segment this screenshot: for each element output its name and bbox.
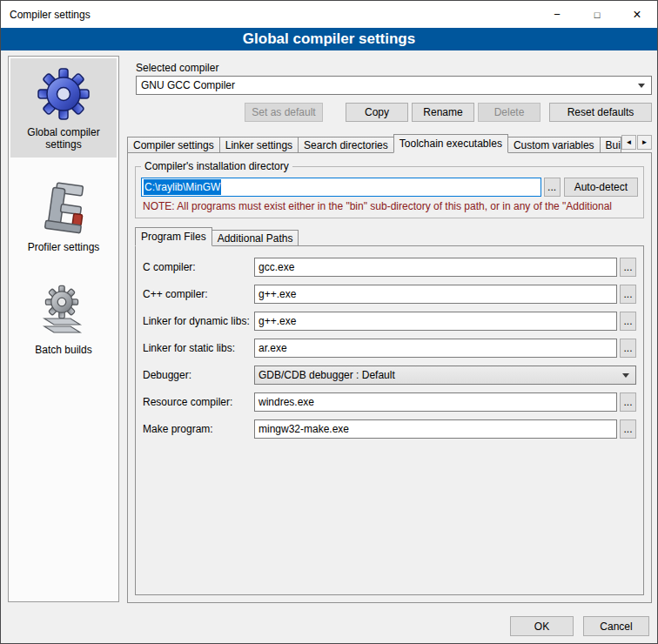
copy-button[interactable]: Copy — [346, 103, 408, 122]
c-compiler-browse-button[interactable]: ... — [620, 258, 636, 277]
form-row: Debugger: GDB/CDB debugger : Default — [143, 366, 636, 385]
tab-scroll-left-icon[interactable]: ◄ — [621, 135, 636, 150]
installation-directory-input[interactable]: C:\raylib\MinGW — [141, 178, 541, 197]
toolchain-executables-panel: Compiler's installation directory C:\ray… — [127, 152, 652, 603]
ok-button[interactable]: OK — [510, 616, 574, 636]
program-files-panel: C compiler: gcc.exe ... C++ compiler: g+… — [135, 245, 644, 595]
form-row: Make program: mingw32-make.exe ... — [143, 419, 636, 439]
cpp-compiler-input[interactable]: g++.exe — [254, 285, 617, 304]
dynamic-linker-input[interactable]: g++.exe — [254, 312, 617, 331]
tab-compiler-settings[interactable]: Compiler settings — [127, 137, 220, 153]
debugger-label: Debugger: — [143, 369, 254, 381]
cpp-compiler-label: C++ compiler: — [143, 288, 254, 300]
tab-search-directories[interactable]: Search directories — [298, 137, 394, 153]
window-title: Compiler settings — [1, 1, 537, 28]
dialog-footer: OK Cancel — [510, 616, 649, 636]
chevron-down-icon — [638, 84, 645, 88]
c-compiler-label: C compiler: — [143, 261, 254, 273]
sidebar-item-global-compiler-settings[interactable]: Global compiler settings — [10, 58, 117, 158]
minimize-icon: − — [554, 8, 561, 21]
cpp-compiler-value: g++.exe — [258, 288, 296, 300]
dynamic-linker-value: g++.exe — [258, 315, 296, 327]
resource-compiler-browse-button[interactable]: ... — [620, 392, 636, 412]
form-row: C compiler: gcc.exe ... — [143, 258, 636, 277]
installation-directory-group-title: Compiler's installation directory — [141, 160, 292, 172]
installation-directory-group: Compiler's installation directory C:\ray… — [135, 166, 644, 218]
delete-button[interactable]: Delete — [478, 103, 540, 122]
resource-compiler-value: windres.exe — [258, 396, 314, 408]
make-program-input[interactable]: mingw32-make.exe — [254, 419, 617, 439]
form-row: Resource compiler: windres.exe ... — [143, 392, 636, 412]
compiler-settings-dialog: Compiler settings − □ × Global compiler … — [0, 0, 658, 644]
main-panel: Selected compiler GNU GCC Compiler Set a… — [127, 55, 652, 603]
installation-directory-browse-button[interactable]: ... — [544, 178, 561, 197]
maximize-button[interactable]: □ — [577, 1, 617, 28]
c-compiler-value: gcc.exe — [258, 261, 294, 273]
selected-compiler-dropdown[interactable]: GNU GCC Compiler — [136, 76, 652, 95]
minimize-button[interactable]: − — [537, 1, 577, 28]
profiler-tool-icon — [36, 180, 91, 236]
debugger-value: GDB/CDB debugger : Default — [258, 369, 395, 381]
tab-program-files[interactable]: Program Files — [135, 227, 212, 246]
sidebar-item-profiler-settings[interactable]: Profiler settings — [10, 173, 117, 260]
resource-compiler-input[interactable]: windres.exe — [254, 392, 617, 412]
form-row: Linker for static libs: ar.exe ... — [143, 339, 636, 358]
selected-compiler-label: Selected compiler — [136, 62, 652, 74]
resource-compiler-label: Resource compiler: — [143, 396, 254, 408]
compiler-actions: Set as default Copy Rename Delete Reset … — [136, 103, 652, 122]
close-button[interactable]: × — [617, 1, 657, 28]
tab-scroll-arrows: ◄ ► — [621, 135, 652, 150]
auto-detect-button[interactable]: Auto-detect — [564, 178, 638, 197]
tab-toolchain-executables[interactable]: Toolchain executables — [393, 134, 508, 153]
tab-custom-variables[interactable]: Custom variables — [507, 137, 601, 153]
close-icon: × — [633, 7, 641, 23]
set-as-default-button[interactable]: Set as default — [245, 103, 323, 122]
sidebar-item-label: Profiler settings — [28, 241, 100, 253]
cancel-button[interactable]: Cancel — [583, 616, 649, 636]
settings-tabstrip: Compiler settings Linker settings Search… — [127, 134, 652, 153]
make-program-value: mingw32-make.exe — [258, 423, 349, 435]
gray-gear-stack-icon — [36, 283, 91, 339]
debugger-dropdown[interactable]: GDB/CDB debugger : Default — [254, 366, 636, 385]
chevron-down-icon — [622, 373, 629, 378]
installation-note: NOTE: All programs must exist either in … — [143, 200, 638, 212]
selected-compiler-value: GNU GCC Compiler — [141, 79, 235, 91]
reset-defaults-button[interactable]: Reset defaults — [549, 103, 652, 122]
c-compiler-input[interactable]: gcc.exe — [254, 258, 617, 277]
sidebar-item-label: Batch builds — [35, 344, 91, 356]
dynamic-linker-browse-button[interactable]: ... — [620, 312, 636, 331]
form-row: Linker for dynamic libs: g++.exe ... — [143, 312, 636, 331]
tab-build-options[interactable]: Buil — [600, 137, 621, 153]
tab-linker-settings[interactable]: Linker settings — [219, 137, 299, 153]
static-linker-browse-button[interactable]: ... — [620, 339, 636, 358]
page-title: Global compiler settings — [1, 28, 657, 50]
settings-sidebar: Global compiler settings Profiler settin… — [8, 56, 119, 602]
installation-directory-value: C:\raylib\MinGW — [144, 179, 221, 195]
sidebar-item-batch-builds[interactable]: Batch builds — [10, 276, 117, 363]
static-linker-label: Linker for static libs: — [143, 342, 254, 354]
blue-gear-icon — [36, 65, 91, 121]
make-program-label: Make program: — [143, 423, 254, 435]
make-program-browse-button[interactable]: ... — [620, 419, 636, 439]
cpp-compiler-browse-button[interactable]: ... — [620, 285, 636, 304]
form-row: C++ compiler: g++.exe ... — [143, 285, 636, 304]
static-linker-input[interactable]: ar.exe — [254, 339, 617, 358]
tab-scroll-right-icon[interactable]: ► — [637, 135, 652, 150]
maximize-icon: □ — [594, 10, 601, 20]
program-files-tabstrip: Program Files Additional Paths — [135, 227, 646, 246]
rename-button[interactable]: Rename — [412, 103, 474, 122]
tab-additional-paths[interactable]: Additional Paths — [212, 230, 299, 246]
static-linker-value: ar.exe — [258, 342, 287, 354]
titlebar: Compiler settings − □ × — [1, 1, 657, 28]
sidebar-item-label: Global compiler settings — [12, 126, 115, 151]
installation-directory-row: C:\raylib\MinGW ... Auto-detect — [141, 178, 638, 197]
dynamic-linker-label: Linker for dynamic libs: — [143, 315, 254, 327]
